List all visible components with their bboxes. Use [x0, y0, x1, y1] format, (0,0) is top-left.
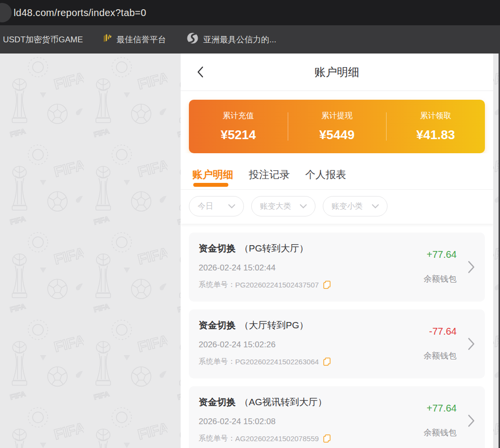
bookmark-asia-credible[interactable]: 亚洲最具公信力的...	[186, 32, 276, 47]
address-bar[interactable]: ld48.com/reports/index?tab=0	[14, 7, 146, 18]
filter-bar: 今日 账变大类 账变小类	[181, 190, 493, 224]
globe-icon	[186, 32, 199, 47]
bookmarks-bar: USDT加密货币GAME 最佳信誉平台 亚洲最具公信力的...	[0, 25, 500, 54]
record-type: 资金切换	[199, 397, 236, 407]
tab-bet-records[interactable]: 投注记录	[249, 168, 290, 189]
chevron-left-icon	[195, 66, 206, 78]
account-detail-panel: 账户明细 累计充值 ¥5214 累计提现 ¥5449 累计领取 ¥41.83 账…	[181, 54, 493, 448]
record-order-label: 系统单号：	[199, 434, 235, 443]
copy-icon[interactable]	[323, 358, 331, 366]
record-wallet: 余额钱包	[424, 350, 457, 361]
record-order-label: 系统单号：	[199, 280, 235, 289]
record-wallet: 余额钱包	[424, 427, 457, 438]
filter-major-category-dropdown[interactable]: 账变大类	[251, 196, 315, 216]
bookmark-best-reputation[interactable]: 最佳信誉平台	[103, 34, 166, 45]
copy-icon[interactable]	[323, 281, 331, 289]
tabs-and-filters: 账户明细 投注记录 个人报表 今日 账变大类	[181, 153, 493, 224]
record-detail: （大厅转到PG）	[240, 320, 308, 330]
tab-account-detail[interactable]: 账户明细	[192, 168, 233, 189]
filter-date-dropdown[interactable]: 今日	[189, 196, 244, 216]
record-order-number: PG202602241502437507	[235, 281, 319, 289]
tab-personal-report[interactable]: 个人报表	[305, 168, 346, 189]
record-detail: （AG视讯转到大厅）	[240, 397, 327, 407]
record-type: 资金切换	[199, 243, 236, 253]
stat-total-claimed: 累计领取 ¥41.83	[386, 111, 485, 143]
filter-minor-category-dropdown[interactable]: 账变小类	[323, 196, 388, 216]
bookmark-label: 最佳信誉平台	[116, 34, 166, 45]
record-order-number: AG202602241502078559	[235, 434, 319, 443]
summary-stats-card: 累计充值 ¥5214 累计提现 ¥5449 累计领取 ¥41.83	[189, 100, 485, 153]
stat-total-withdraw: 累计提现 ¥5449	[288, 111, 387, 143]
chevron-right-icon	[468, 338, 475, 350]
transaction-row[interactable]: 资金切换（PG转到大厅） 2026-02-24 15:02:44 系统单号： P…	[189, 233, 485, 302]
record-amount: -77.64	[424, 326, 457, 337]
tab-bar: 账户明细 投注记录 个人报表	[181, 153, 493, 190]
chevron-down-icon	[300, 204, 307, 209]
record-amount: +77.64	[424, 403, 457, 414]
record-order-number: PG202602241502263064	[235, 358, 319, 366]
chevron-down-icon	[372, 204, 379, 209]
chevron-right-icon	[468, 414, 475, 427]
copy-icon[interactable]	[323, 434, 331, 443]
browser-url-bar: ld48.com/reports/index?tab=0	[0, 0, 500, 25]
transaction-list: 资金切换（PG转到大厅） 2026-02-24 15:02:44 系统单号： P…	[181, 224, 493, 448]
browser-home-button[interactable]	[0, 3, 12, 22]
record-amount: +77.64	[424, 249, 457, 260]
record-detail: （PG转到大厅）	[240, 243, 308, 253]
stat-total-deposit: 累计充值 ¥5214	[189, 111, 288, 143]
gold-brand-icon	[103, 34, 112, 45]
record-type: 资金切换	[199, 320, 236, 330]
main-viewport: FIFA FIFA	[0, 54, 500, 448]
bookmark-label: 亚洲最具公信力的...	[203, 34, 276, 45]
transaction-row[interactable]: 资金切换（AG视讯转到大厅） 2026-02-24 15:02:08 系统单号：…	[189, 386, 485, 448]
record-wallet: 余额钱包	[424, 273, 457, 285]
page-header: 账户明细	[181, 54, 493, 91]
chevron-down-icon	[228, 204, 235, 209]
bookmark-label: USDT加密货币GAME	[3, 34, 83, 45]
record-order-label: 系统单号：	[199, 357, 235, 366]
chevron-right-icon	[468, 261, 475, 273]
page-title: 账户明细	[315, 65, 359, 80]
back-button[interactable]	[195, 65, 207, 79]
bookmark-usdt-game[interactable]: USDT加密货币GAME	[3, 34, 83, 45]
transaction-row[interactable]: 资金切换（大厅转到PG） 2026-02-24 15:02:26 系统单号： P…	[189, 309, 485, 378]
active-tab-underline	[193, 183, 228, 187]
